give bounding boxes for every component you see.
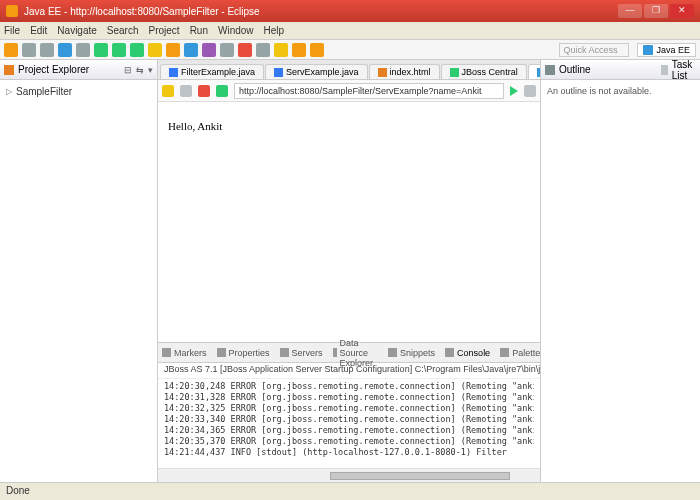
collapse-all-icon[interactable]: ⊟ xyxy=(124,65,132,75)
outline-icon xyxy=(545,65,555,75)
tool-icon[interactable] xyxy=(202,43,216,57)
menu-search[interactable]: Search xyxy=(107,25,139,36)
tab-snippets[interactable]: Snippets xyxy=(388,348,435,358)
bottom-panel: Markers Properties Servers Data Source E… xyxy=(158,342,540,482)
console-line: 14:20:35,370 ERROR [org.jboss.remoting.r… xyxy=(164,436,534,447)
tab-jbosscentral[interactable]: JBoss Central xyxy=(441,64,527,79)
snippets-icon xyxy=(388,348,397,357)
stop-icon[interactable] xyxy=(238,43,252,57)
tab-servers[interactable]: Servers xyxy=(280,348,323,358)
workbench: Project Explorer ⊟⇆▾ SampleFilter Filter… xyxy=(0,60,700,482)
quick-access-input[interactable]: Quick Access xyxy=(559,43,629,57)
tab-label: ServExample.java xyxy=(286,67,359,77)
menu-help[interactable]: Help xyxy=(264,25,285,36)
left-pane: Project Explorer ⊟⇆▾ SampleFilter xyxy=(0,60,158,482)
console-line: 14:20:31,328 ERROR [org.jboss.remoting.r… xyxy=(164,392,534,403)
html-file-icon xyxy=(378,68,387,77)
tab-servexample[interactable]: ServExample.java xyxy=(265,64,368,79)
tasklist-title[interactable]: Task List xyxy=(672,60,696,81)
markers-icon xyxy=(162,348,171,357)
tab-filterexample[interactable]: FilterExample.java xyxy=(160,64,264,79)
tool-icon[interactable] xyxy=(220,43,234,57)
datasource-icon xyxy=(333,348,337,357)
eclipse-icon xyxy=(6,5,18,17)
browser-content: Hello, Ankit xyxy=(158,102,540,342)
tree-item-samplefilter[interactable]: SampleFilter xyxy=(6,84,151,99)
horizontal-scrollbar[interactable] xyxy=(158,468,540,482)
tool-icon[interactable] xyxy=(274,43,288,57)
right-pane: Outline Task List An outline is not avai… xyxy=(540,60,700,482)
browser-forward-icon[interactable] xyxy=(180,85,192,97)
perspective-label: Java EE xyxy=(656,45,690,55)
browser-back-icon[interactable] xyxy=(162,85,174,97)
browser-stop-icon[interactable] xyxy=(198,85,210,97)
url-input[interactable]: http://localhost:8080/SampleFilter/ServE… xyxy=(234,83,504,99)
servers-icon xyxy=(280,348,289,357)
console-output[interactable]: 14:20:30,248 ERROR [org.jboss.remoting.r… xyxy=(158,379,540,468)
java-file-icon xyxy=(274,68,283,77)
menu-run[interactable]: Run xyxy=(190,25,208,36)
menu-file[interactable]: File xyxy=(4,25,20,36)
palette-icon xyxy=(500,348,509,357)
perspective-switcher[interactable]: Java EE xyxy=(637,43,696,57)
window-title: Java EE - http://localhost:8080/SampleFi… xyxy=(24,6,616,17)
tool-icon[interactable] xyxy=(184,43,198,57)
browser-toolbar: http://localhost:8080/SampleFilter/ServE… xyxy=(158,80,540,102)
editor-tabs: FilterExample.java ServExample.java inde… xyxy=(158,60,540,80)
debug-icon[interactable] xyxy=(94,43,108,57)
menu-navigate[interactable]: Navigate xyxy=(57,25,96,36)
tab-palette[interactable]: Palette xyxy=(500,348,540,358)
project-tree: SampleFilter xyxy=(0,80,157,103)
tab-markers[interactable]: Markers xyxy=(162,348,207,358)
menu-edit[interactable]: Edit xyxy=(30,25,47,36)
console-icon xyxy=(445,348,454,357)
tab-console[interactable]: Console xyxy=(445,348,490,358)
menu-window[interactable]: Window xyxy=(218,25,254,36)
outline-header: Outline Task List xyxy=(541,60,700,80)
console-line: 14:20:33,340 ERROR [org.jboss.remoting.r… xyxy=(164,414,534,425)
save-icon[interactable] xyxy=(22,43,36,57)
run-icon[interactable] xyxy=(112,43,126,57)
back-nav-icon[interactable] xyxy=(292,43,306,57)
go-icon[interactable] xyxy=(510,86,518,96)
forward-nav-icon[interactable] xyxy=(310,43,324,57)
browser-refresh-icon[interactable] xyxy=(216,85,228,97)
window-titlebar: Java EE - http://localhost:8080/SampleFi… xyxy=(0,0,700,22)
page-text: Hello, Ankit xyxy=(168,120,222,132)
view-menu-icon[interactable]: ▾ xyxy=(148,65,153,75)
save-all-icon[interactable] xyxy=(40,43,54,57)
tab-label: FilterExample.java xyxy=(181,67,255,77)
project-explorer-title: Project Explorer xyxy=(18,64,89,75)
tab-properties[interactable]: Properties xyxy=(217,348,270,358)
console-line: 14:20:34,365 ERROR [org.jboss.remoting.r… xyxy=(164,425,534,436)
scrollbar-thumb[interactable] xyxy=(330,472,510,480)
main-toolbar: Quick Access Java EE xyxy=(0,40,700,60)
maximize-button[interactable]: ❐ xyxy=(644,4,668,18)
outline-body: An outline is not available. xyxy=(541,80,700,102)
link-editor-icon[interactable]: ⇆ xyxy=(136,65,144,75)
project-explorer-icon xyxy=(4,65,14,75)
project-explorer-header: Project Explorer ⊟⇆▾ xyxy=(0,60,157,80)
tool-icon[interactable] xyxy=(256,43,270,57)
properties-icon xyxy=(217,348,226,357)
close-button[interactable]: ✕ xyxy=(670,4,694,18)
tool-icon[interactable] xyxy=(148,43,162,57)
menu-project[interactable]: Project xyxy=(149,25,180,36)
menubar: File Edit Navigate Search Project Run Wi… xyxy=(0,22,700,40)
tool-icon[interactable] xyxy=(58,43,72,57)
tree-item-label: SampleFilter xyxy=(16,86,72,97)
tab-indexhtml[interactable]: index.html xyxy=(369,64,440,79)
tab-browser[interactable]: http://localho... xyxy=(528,64,540,79)
perspective-icon xyxy=(643,45,653,55)
console-line: 14:20:30,248 ERROR [org.jboss.remoting.r… xyxy=(164,381,534,392)
new-icon[interactable] xyxy=(4,43,18,57)
editor-area: FilterExample.java ServExample.java inde… xyxy=(158,60,540,482)
console-line: 14:20:32,325 ERROR [org.jboss.remoting.r… xyxy=(164,403,534,414)
browser-menu-icon[interactable] xyxy=(524,85,536,97)
tool-icon[interactable] xyxy=(166,43,180,57)
run-last-icon[interactable] xyxy=(130,43,144,57)
bottom-tabs: Markers Properties Servers Data Source E… xyxy=(158,343,540,363)
tool-icon[interactable] xyxy=(76,43,90,57)
minimize-button[interactable]: — xyxy=(618,4,642,18)
tab-label: JBoss Central xyxy=(462,67,518,77)
